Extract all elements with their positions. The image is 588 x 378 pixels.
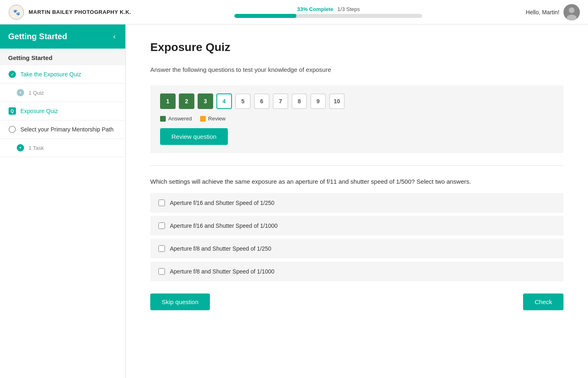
q-num-1[interactable]: 1	[160, 93, 176, 109]
answer-option-2[interactable]: Aperture f/16 and Shutter Speed of 1/100…	[150, 216, 564, 236]
progress-area: 33% Complete 1/3 Steps	[234, 6, 422, 18]
svg-point-3	[569, 7, 575, 13]
answer-checkbox-3[interactable]	[158, 245, 165, 252]
answer-label-2: Aperture f/16 and Shutter Speed of 1/100…	[170, 222, 278, 229]
legend-answered: Answered	[160, 116, 192, 122]
progress-label: 33% Complete 1/3 Steps	[297, 6, 360, 12]
answer-label-4: Aperture f/8 and Shutter Speed of 1/1000	[170, 268, 274, 275]
answer-checkbox-2[interactable]	[158, 222, 165, 229]
q-num-4[interactable]: 4	[216, 93, 232, 109]
legend-review-dot	[200, 116, 206, 122]
q-num-2[interactable]: 2	[179, 93, 194, 109]
sidebar-item-label-1-task: 1 Task	[29, 145, 44, 151]
progress-bar-container	[234, 14, 422, 18]
page-title: Exposure Quiz	[150, 41, 564, 54]
content-area: Exposure Quiz Answer the following quest…	[126, 24, 588, 378]
check-circle-icon: ✓	[8, 70, 16, 78]
sidebar-item-exposure-quiz[interactable]: Q Exposure Quiz	[0, 102, 125, 120]
q-num-8[interactable]: 8	[292, 93, 307, 109]
progress-percent: 33% Complete	[297, 6, 333, 12]
quiz-sub-icon: ✦	[16, 89, 24, 97]
sidebar-item-take-exposure-quiz[interactable]: ✓ Take the Exposure Quiz	[0, 65, 125, 84]
q-num-9[interactable]: 9	[310, 93, 326, 109]
avatar[interactable]	[564, 4, 580, 20]
answer-label-1: Aperture f/16 and Shutter Speed of 1/250	[170, 200, 274, 206]
sidebar-item-1-quiz[interactable]: ✦ 1 Quiz	[0, 84, 125, 102]
sidebar-item-label-1-quiz: 1 Quiz	[29, 90, 44, 96]
review-question-button[interactable]: Review question	[160, 128, 228, 145]
answer-label-3: Aperture f/8 and Shutter Speed of 1/250	[170, 245, 271, 252]
legend-answered-dot	[160, 116, 166, 122]
q-num-6[interactable]: 6	[254, 93, 270, 109]
logo-text: Martin Bailey Photography K.K.	[29, 9, 131, 15]
svg-text:🐾: 🐾	[13, 9, 20, 16]
q-num-5[interactable]: 5	[235, 93, 251, 109]
main-layout: Getting Started ‹ Getting Started ✓ Take…	[0, 24, 588, 378]
sidebar-title: Getting Started	[8, 32, 67, 41]
progress-bar-fill	[234, 14, 296, 18]
answer-option-4[interactable]: Aperture f/8 and Shutter Speed of 1/1000	[150, 262, 564, 281]
legend: Answered Review	[160, 116, 554, 122]
greeting-text: Hello, Martin!	[526, 9, 559, 16]
sidebar-section-title: Getting Started	[0, 49, 125, 65]
divider	[150, 165, 564, 166]
legend-review-label: Review	[208, 116, 226, 122]
q-num-7[interactable]: 7	[273, 93, 288, 109]
answer-checkbox-4[interactable]	[158, 268, 165, 275]
sidebar-item-label-take-exposure-quiz: Take the Exposure Quiz	[20, 71, 81, 78]
logo-icon: 🐾	[8, 4, 24, 20]
sidebar-item-select-mentorship[interactable]: Select your Primary Mentorship Path	[0, 120, 125, 139]
radio-circle-icon	[8, 125, 16, 133]
logo-area: 🐾 Martin Bailey Photography K.K.	[8, 4, 131, 20]
question-nav-box: 1 2 3 4 5 6 7 8 9 10 Answered Review	[150, 85, 564, 153]
action-row: Skip question Check	[150, 294, 564, 310]
answer-checkbox-1[interactable]	[158, 200, 165, 206]
answer-option-3[interactable]: Aperture f/8 and Shutter Speed of 1/250	[150, 239, 564, 258]
user-area: Hello, Martin!	[526, 4, 580, 20]
question-nav-numbers: 1 2 3 4 5 6 7 8 9 10	[160, 93, 554, 109]
quiz-icon: Q	[8, 107, 16, 115]
question-text: Which settings will achieve the same exp…	[150, 178, 564, 185]
q-num-10[interactable]: 10	[329, 93, 345, 109]
page-subtitle: Answer the following questions to test y…	[150, 66, 564, 73]
progress-steps: 1/3 Steps	[337, 6, 360, 12]
q-num-3[interactable]: 3	[198, 93, 213, 109]
sidebar-collapse-button[interactable]: ‹	[111, 32, 117, 41]
sidebar-item-1-task[interactable]: ✦ 1 Task	[0, 139, 125, 157]
legend-review: Review	[200, 116, 226, 122]
sidebar: Getting Started ‹ Getting Started ✓ Take…	[0, 24, 126, 378]
answer-option-1[interactable]: Aperture f/16 and Shutter Speed of 1/250	[150, 193, 564, 213]
header: 🐾 Martin Bailey Photography K.K. 33% Com…	[0, 0, 588, 24]
legend-answered-label: Answered	[168, 116, 192, 122]
task-icon: ✦	[16, 144, 24, 152]
sidebar-item-label-exposure-quiz: Exposure Quiz	[20, 108, 58, 114]
sidebar-item-label-select-mentorship: Select your Primary Mentorship Path	[20, 126, 114, 133]
check-button[interactable]: Check	[523, 294, 564, 310]
sidebar-header: Getting Started ‹	[0, 24, 125, 49]
skip-question-button[interactable]: Skip question	[150, 294, 210, 310]
